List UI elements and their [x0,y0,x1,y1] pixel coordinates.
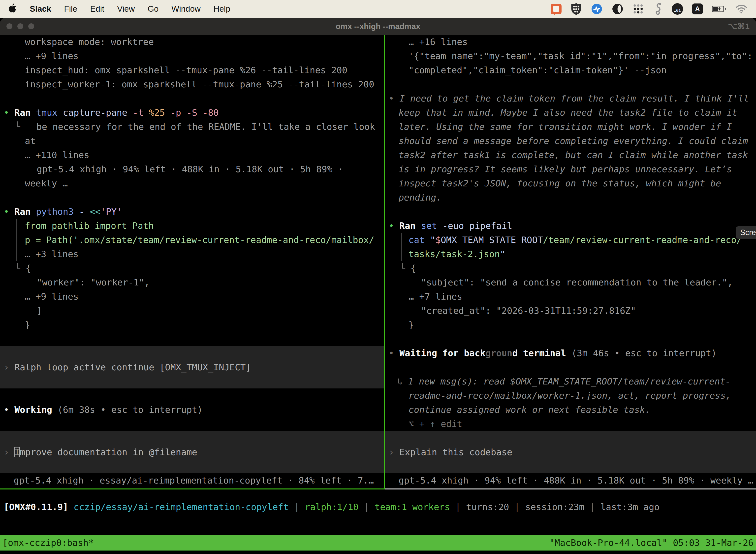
terminal-line: "subject": "send a concise recommendatio… [385,275,756,289]
prompt-input[interactable]: › Improve documentation in @filename [0,445,384,459]
text-segment: 1 new msg(s): read $OMX_TEAM_STATE_ROOT/… [408,376,731,386]
text-segment: be necessary for the end of the README. … [37,122,375,132]
status-segment: session:23m [525,502,584,512]
window-shortcut-badge: ⌥⌘1 [728,21,750,31]
text-segment: OMX_TEAM_STATE_ROOT [441,235,543,245]
menu-item-file[interactable]: File [64,4,77,14]
text-segment: Ran [399,221,421,231]
text-segment: › [4,447,14,457]
menu-bar: Slack File Edit View Go Window Help [0,0,756,18]
text-segment: python3 [36,207,79,217]
text-segment: … +7 lines [408,291,462,301]
text-segment: "subject": "send a concise recommendatio… [421,277,733,287]
terminal-line: at [0,134,384,148]
text-segment: { [25,263,31,273]
text-segment: -euo pipefail [442,221,512,231]
text-segment: └ [15,263,25,273]
terminal-line: "completed","claim_token":"claim-token"}… [385,63,756,77]
text-segment: I [14,447,20,457]
a-badge-icon[interactable]: A [692,3,703,14]
menu-item-view[interactable]: View [117,4,135,14]
text-segment: "created_at": "2026-03-31T11:59:27.816Z" [421,306,636,316]
prompt-suggestion[interactable]: › Ralph loop active continue [OMX_TMUX_I… [0,360,384,374]
window-titlebar[interactable]: omx --xhigh --madmax ⌥⌘1 [0,18,756,35]
status-segment: | [289,502,305,512]
thinking-text: • I need to get the claim token from the… [385,91,756,106]
active-app-menu[interactable]: Slack [30,4,51,14]
terminal-line: } [385,318,756,332]
text-segment: $ [435,235,441,245]
terminal-line: } [0,318,384,332]
text-segment: Ran [14,107,36,118]
menu-item-help[interactable]: Help [213,4,231,14]
text-segment: << [90,207,101,217]
text-segment: should send a message before completing … [398,136,748,146]
terminal-line: └ { [0,261,384,275]
screen-recording-icon[interactable] [551,3,562,15]
dots-grid-icon[interactable] [632,3,644,15]
terminal-line[interactable] [0,459,384,473]
menu-item-go[interactable]: Go [147,4,159,14]
text-segment: /team/review-current-readme-and-reco/ [543,235,742,245]
menu-item-edit[interactable]: Edit [90,4,104,14]
terminal-line[interactable] [385,459,756,473]
terminal-line: p = Path('.omx/state/team/review-current… [0,233,384,247]
terminal-line[interactable] [0,346,384,360]
blue-pulse-icon[interactable] [591,3,603,15]
status-segment: last:3m ago [601,502,659,512]
menu-item-window[interactable]: Window [171,4,200,14]
percent-61-badge[interactable]: ..61 [672,3,683,15]
terminal-line: should send a message before completing … [385,134,756,148]
text-segment: workspace_mode: worktree [25,37,154,47]
terminal-line [0,91,384,106]
terminal-line[interactable] [385,431,756,445]
terminal-line: later. Using the same for transition mig… [385,120,756,134]
terminal-line: ⌥ + ↑ edit [385,417,756,431]
terminal-line: "worker": "worker-1", [0,275,384,289]
terminal-line[interactable] [0,431,384,445]
text-segment: task2 after task1 is complete, but can I… [398,150,748,160]
status-segment: | [450,502,466,512]
shield-grid-icon[interactable] [570,3,582,15]
window-title: omx --xhigh --madmax [0,22,756,31]
pane-status-line: gpt-5.4 xhigh · essay/ai-reimplementatio… [0,473,384,488]
left-pane[interactable]: workspace_mode: worktree… +9 linesinspec… [0,35,384,490]
text-segment: tasks/task-2.json [408,249,500,259]
terminal-line: pending. [385,190,756,205]
desktop: { "menu_bar": { "app_name": "Slack", "it… [0,0,756,554]
text-segment: … +9 lines [25,51,79,61]
s-curve-icon[interactable] [653,3,663,15]
terminal-line: … +16 lines [385,35,756,49]
wifi-icon[interactable] [735,3,748,15]
command-line: • Ran set -euo pipefail [385,219,756,233]
terminal-line: ↳ 1 new msg(s): read $OMX_TEAM_STATE_ROO… [385,374,756,388]
text-segment: -p -S -80 [170,107,219,118]
terminal-window: omx --xhigh --madmax ⌥⌘1 workspace_mode:… [0,18,756,554]
text-segment: Waiting for back [399,348,485,358]
right-pane[interactable]: … +16 lines'{"team_name":"my-team","task… [385,35,756,490]
text-segment: p = Path('.omx/state/team/review-current… [25,235,374,245]
terminal-line: ] [0,303,384,318]
status-segment: | [584,502,601,512]
terminal-line: inspect task2's JSON, focusing on the st… [385,176,756,190]
text-segment: Ralph loop active continue [OMX_TMUX_INJ… [14,362,251,372]
terminal-line[interactable] [0,374,384,388]
text-segment: readme-and-reco/mailbox/worker-1.json, a… [408,390,731,401]
text-segment: } [408,320,414,330]
crescent-icon[interactable] [612,3,624,15]
text-segment: • [389,93,399,104]
apple-menu-icon[interactable] [8,3,17,15]
text-segment: … +9 lines [25,291,79,301]
text-segment: '{"team_name":"my-team","task_id":"1","f… [408,51,753,61]
prompt-suggestion[interactable]: › Explain this codebase [385,445,756,459]
text-segment: } [25,320,30,330]
text-segment: • [4,404,14,415]
terminal-line: gpt-5.4 xhigh · 94% left · 488K in · 5.1… [0,162,384,176]
text-segment: inspect_worker-1: omx sparkshell --tmux-… [25,79,374,89]
text-segment: - [79,207,89,217]
text-segment: %25 [149,107,170,118]
terminal-line: is in progress? It seems likely but perh… [385,162,756,176]
battery-icon[interactable] [712,3,726,15]
text-segment: • [4,207,14,217]
text-segment: Working [14,404,52,415]
